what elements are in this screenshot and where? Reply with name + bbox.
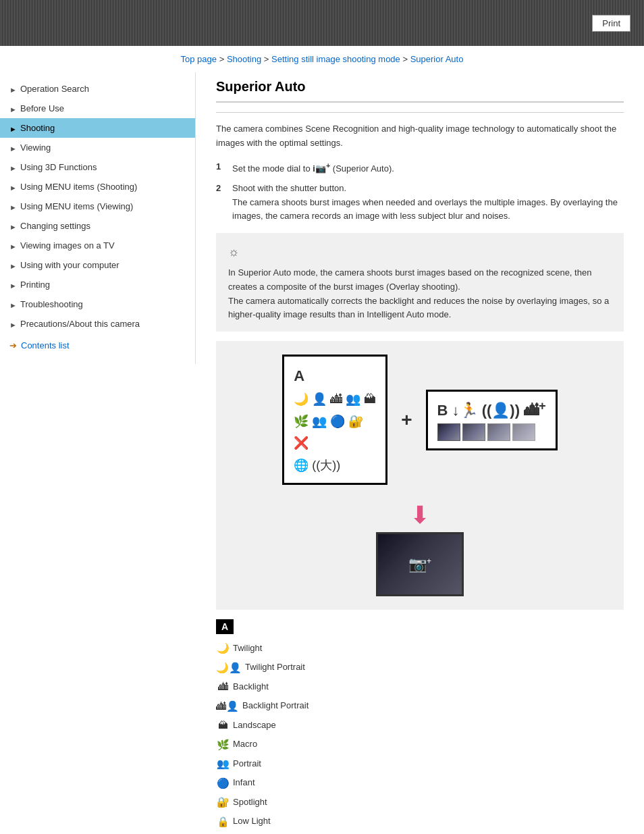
step-1-text: Set the mode dial to i📷+ (Superior Auto)…: [232, 160, 394, 176]
result-icon: 📷+: [408, 556, 431, 573]
sidebar-item-label: Using MENU items (Shooting): [20, 182, 137, 192]
sidebar-item-viewing[interactable]: ► Viewing: [0, 138, 195, 157]
list-item: 🔵 Infant: [216, 775, 624, 792]
sidebar-item-label: Using 3D Functions: [20, 162, 97, 172]
sidebar-item-troubleshooting[interactable]: ► Troubleshooting: [0, 294, 195, 314]
arrow-icon: ►: [9, 203, 16, 210]
breadcrumb-top[interactable]: Top page: [181, 54, 217, 64]
breadcrumb-sep3: >: [402, 54, 410, 64]
burst-images: [437, 423, 546, 441]
burst-img-1: [437, 423, 460, 441]
breadcrumb-sep2: >: [264, 54, 271, 64]
hint-box: ☼ In Superior Auto mode, the camera shoo…: [216, 233, 624, 332]
item-name: Macro: [233, 737, 257, 752]
step-num: 1: [216, 160, 230, 174]
contents-list-link[interactable]: ➔ Contents list: [0, 334, 195, 357]
item-name: Portrait: [233, 756, 261, 771]
arrow-icon: ►: [9, 242, 16, 249]
sidebar-item-3d[interactable]: ► Using 3D Functions: [0, 157, 195, 177]
sidebar-item-label: Operation Search: [20, 84, 89, 94]
list-item: 🔒 Low Light: [216, 813, 624, 831]
main-layout: ► Operation Search ► Before Use ► Shooti…: [0, 72, 644, 834]
low-light-icon: 🔒: [216, 813, 230, 831]
step-2-text: Shoot with the shutter button. The camer…: [232, 182, 624, 224]
item-name: Backlight: [233, 679, 269, 694]
sidebar-item-menu-viewing[interactable]: ► Using MENU items (Viewing): [0, 197, 195, 216]
arrow-icon: ►: [9, 321, 16, 328]
sidebar: ► Operation Search ► Before Use ► Shooti…: [0, 72, 196, 364]
landscape-icon: 🏔: [216, 716, 230, 734]
item-name: Twilight: [233, 641, 262, 656]
sidebar-item-before-use[interactable]: ► Before Use: [0, 99, 195, 118]
item-name: Spotlight: [233, 795, 267, 810]
arrow-icon: ►: [9, 105, 16, 112]
macro-icon: 🌿: [216, 736, 230, 754]
list-item: 🌙 Twilight: [216, 640, 624, 657]
box-a-label: A: [294, 363, 376, 388]
arrow-icon: ►: [9, 164, 16, 171]
sidebar-item-precautions[interactable]: ► Precautions/About this camera: [0, 314, 195, 334]
sidebar-item-printing[interactable]: ► Printing: [0, 275, 195, 294]
item-name: Low Light: [233, 814, 271, 829]
print-button[interactable]: Print: [592, 15, 630, 32]
arrow-icon: ►: [9, 301, 16, 308]
step-num: 2: [216, 182, 230, 196]
sidebar-item-changing-settings[interactable]: ► Changing settings: [0, 216, 195, 236]
plus-symbol: +: [401, 409, 412, 431]
sidebar-item-label: Using MENU items (Viewing): [20, 201, 133, 211]
list-item: 👥 Portrait: [216, 755, 624, 773]
breadcrumb-current[interactable]: Superior Auto: [410, 54, 464, 64]
sidebar-item-label: Shooting: [20, 123, 55, 133]
arrow-icon: ►: [9, 145, 16, 151]
list-item: 🔐 Spotlight: [216, 793, 624, 811]
sidebar-item-label: Using with your computer: [20, 260, 119, 270]
header-bar: Print: [0, 0, 644, 46]
breadcrumb-setting[interactable]: Setting still image shooting mode: [271, 54, 400, 64]
portrait-icon: 👥: [216, 755, 230, 773]
box-b-label: B ↓🏃 ((👤)) 🏙+: [437, 398, 546, 419]
list-item: 🏔 Landscape: [216, 716, 624, 734]
step-1: 1 Set the mode dial to i📷+ (Superior Aut…: [216, 160, 624, 176]
burst-img-3: [487, 423, 510, 441]
content-area: Superior Auto The camera combines Scene …: [196, 72, 644, 834]
sidebar-item-menu-shooting[interactable]: ► Using MENU items (Shooting): [0, 177, 195, 197]
sidebar-item-computer[interactable]: ► Using with your computer: [0, 255, 195, 275]
scene-a-items: 🌙 Twilight 🌙👤 Twilight Portrait 🏙 Backli…: [216, 640, 624, 834]
arrow-icon: ►: [9, 282, 16, 288]
scene-box-a: A 🌙 👤 🏙 👥 🏔 🌿 👥 🔵 🔐 ❌ 🌐 ((大)): [282, 355, 387, 485]
list-item: 🏙👤 Backlight Portrait: [216, 698, 624, 715]
burst-img-4: [512, 423, 535, 441]
step-2: 2 Shoot with the shutter button. The cam…: [216, 182, 624, 224]
divider: [216, 112, 624, 113]
intro-line1: The camera combines Scene Recognition an…: [216, 122, 624, 151]
item-name: Landscape: [233, 718, 276, 733]
backlight-portrait-icon: 🏙👤: [216, 698, 239, 715]
sidebar-item-label: Before Use: [20, 103, 64, 113]
sidebar-item-shooting[interactable]: ► Shooting: [0, 118, 195, 138]
arrow-icon: ►: [9, 125, 16, 132]
sidebar-item-label: Printing: [20, 280, 50, 290]
scene-a-list: A 🌙 Twilight 🌙👤 Twilight Portrait 🏙 Back…: [216, 619, 624, 834]
sidebar-item-label: Precautions/About this camera: [20, 319, 140, 329]
list-item: 🌙👤 Twilight Portrait: [216, 659, 624, 677]
backlight-icon: 🏙: [216, 678, 230, 696]
twilight-portrait-icon: 🌙👤: [216, 659, 242, 677]
item-name: Backlight Portrait: [242, 698, 308, 713]
sidebar-item-tv[interactable]: ► Viewing images on a TV: [0, 236, 195, 255]
breadcrumb-shooting[interactable]: Shooting: [227, 54, 261, 64]
sidebar-item-operation-search[interactable]: ► Operation Search: [0, 79, 195, 99]
scene-illustration: A 🌙 👤 🏙 👥 🏔 🌿 👥 🔵 🔐 ❌ 🌐 ((大)) + B ↓🏃 ((👤…: [216, 341, 624, 610]
scene-top-row: A 🌙 👤 🏙 👥 🏔 🌿 👥 🔵 🔐 ❌ 🌐 ((大)) + B ↓🏃 ((👤…: [282, 355, 558, 485]
item-name: Infant: [233, 775, 255, 790]
hint-icon: ☼: [228, 242, 612, 262]
intro-text: The camera combines Scene Recognition an…: [216, 122, 624, 151]
page-title: Superior Auto: [216, 79, 624, 103]
burst-img-2: [462, 423, 485, 441]
item-name: Twilight Portrait: [245, 660, 305, 675]
arrow-icon: ►: [9, 86, 16, 93]
breadcrumb: Top page > Shooting > Setting still imag…: [0, 46, 644, 72]
sidebar-item-label: Changing settings: [20, 221, 90, 231]
scene-box-b: B ↓🏃 ((👤)) 🏙+: [426, 390, 558, 450]
hint-text: In Superior Auto mode, the camera shoots…: [228, 266, 612, 322]
infant-icon: 🔵: [216, 775, 230, 792]
